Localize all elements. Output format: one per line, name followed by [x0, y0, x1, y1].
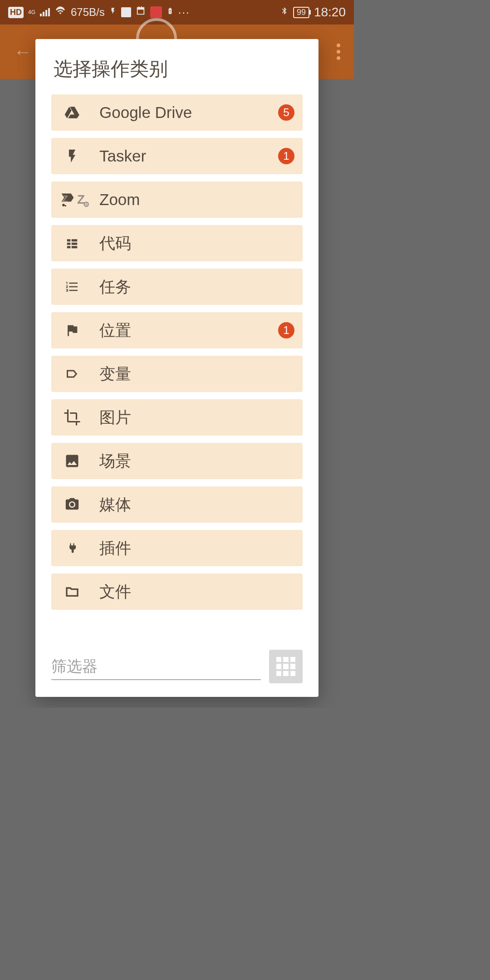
more-icon: ··· — [178, 6, 190, 19]
count-badge: 5 — [278, 104, 294, 121]
category-location[interactable]: 位置 1 — [51, 312, 303, 348]
status-bar: HD 4G 675B/s ··· 99 18:20 — [0, 0, 354, 24]
lightning-icon — [59, 148, 85, 164]
category-media[interactable]: 媒体 — [51, 486, 303, 523]
overflow-menu-button[interactable] — [337, 44, 340, 60]
category-label: 文件 — [99, 581, 294, 603]
count-badge: 1 — [278, 148, 294, 164]
category-label: 变量 — [99, 363, 294, 385]
label-icon — [59, 368, 85, 380]
folder-icon — [59, 584, 85, 599]
data-rate-text: 675B/s — [71, 6, 105, 19]
bluetooth-icon — [280, 5, 289, 19]
hd-badge-icon: HD — [8, 7, 24, 18]
numbered-list-icon — [59, 279, 85, 294]
category-label: Zoom — [99, 191, 294, 209]
time-text: 18:20 — [314, 5, 346, 20]
drive-icon — [59, 104, 85, 121]
category-label: 媒体 — [99, 494, 294, 515]
picture-icon — [59, 453, 85, 469]
category-zoom[interactable]: Z Z⚙ Zoom — [51, 181, 303, 218]
plug-icon — [59, 539, 85, 557]
zoom-icon: Z Z⚙ — [59, 191, 85, 208]
battery-icon: 99 — [293, 7, 309, 18]
flag-icon — [59, 323, 85, 338]
crop-icon — [59, 409, 85, 426]
dialog-title: 选择操作类别 — [35, 39, 318, 94]
category-label: 代码 — [99, 233, 294, 254]
category-image[interactable]: 图片 — [51, 399, 303, 436]
category-list: Google Drive 5 Tasker 1 Z Z⚙ Zoom 代码 — [35, 94, 318, 650]
grid-view-button[interactable] — [269, 650, 303, 683]
app-icon-3 — [150, 6, 162, 18]
category-google-drive[interactable]: Google Drive 5 — [51, 94, 303, 131]
category-scene[interactable]: 场景 — [51, 443, 303, 479]
battery-warn-icon — [167, 5, 174, 19]
signal-4g-icon: 4G — [28, 10, 35, 15]
category-label: 场景 — [99, 451, 294, 472]
battery-percent-text: 99 — [297, 8, 306, 17]
camera-icon — [59, 497, 85, 512]
category-variable[interactable]: 变量 — [51, 356, 303, 392]
app-icon-1 — [121, 7, 131, 17]
category-label: Google Drive — [99, 103, 278, 122]
list-icon — [59, 236, 85, 250]
svg-text:Z: Z — [62, 193, 68, 204]
back-arrow-icon[interactable]: ← — [14, 42, 32, 62]
category-label: Tasker — [99, 147, 278, 165]
filter-bar — [35, 650, 318, 697]
category-dialog: 选择操作类别 Google Drive 5 Tasker 1 Z Z⚙ Zoom — [35, 39, 318, 697]
category-label: 位置 — [99, 320, 278, 341]
charging-icon — [109, 6, 117, 19]
app-icon-2 — [136, 6, 146, 19]
wifi-icon — [54, 6, 66, 19]
filter-input[interactable] — [51, 653, 261, 680]
status-left: HD 4G 675B/s ··· — [8, 5, 190, 19]
status-right: 99 18:20 — [280, 5, 346, 20]
category-plugin[interactable]: 插件 — [51, 530, 303, 566]
category-code[interactable]: 代码 — [51, 225, 303, 261]
category-label: 图片 — [99, 407, 294, 428]
category-label: 任务 — [99, 276, 294, 298]
count-badge: 1 — [278, 322, 294, 338]
category-tasker[interactable]: Tasker 1 — [51, 138, 303, 174]
category-label: 插件 — [99, 538, 294, 559]
category-file[interactable]: 文件 — [51, 573, 303, 610]
category-task[interactable]: 任务 — [51, 269, 303, 305]
signal-strength-icon — [40, 8, 50, 16]
